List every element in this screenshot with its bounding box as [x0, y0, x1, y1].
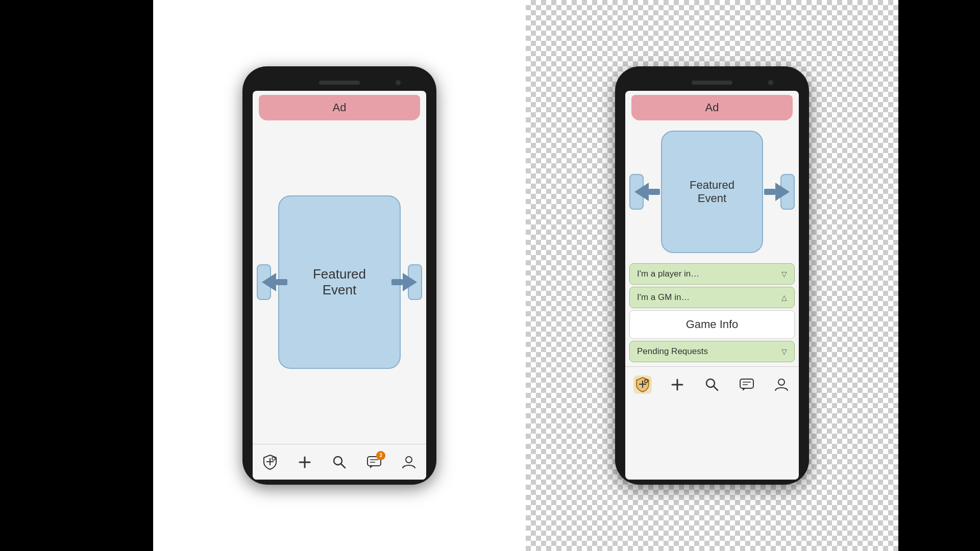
right-dropdown-sections: I'm a player in… ▽ I'm a GM in… △ Game I…: [625, 263, 799, 366]
plus-icon: [297, 454, 313, 470]
left-arrow-handle: [276, 279, 287, 285]
right-nav-search[interactable]: [703, 375, 721, 394]
left-phone-camera: [396, 80, 401, 85]
shield-icon: [262, 454, 278, 470]
right-phone-speaker: [692, 81, 732, 85]
right-featured-card: FeaturedEvent: [661, 131, 763, 253]
svg-point-2: [272, 457, 275, 460]
right-arrow-prev[interactable]: [634, 183, 660, 201]
svg-line-17: [714, 386, 718, 390]
left-nav-shield[interactable]: [261, 453, 279, 471]
right-nav-shield[interactable]: [633, 375, 652, 394]
pending-requests-label: Pending Requests: [637, 346, 708, 357]
right-phone-screen: Ad FeaturedEvent: [625, 91, 799, 480]
player-dropdown-label: I'm a player in…: [637, 269, 699, 279]
left-phone: Ad FeaturedEvent: [242, 66, 436, 485]
right-featured-label: FeaturedEvent: [690, 179, 734, 205]
right-black-panel: [898, 0, 980, 551]
game-info-button[interactable]: Game Info: [629, 310, 795, 339]
shield-active-icon: [634, 377, 651, 393]
pending-requests-arrow: ▽: [781, 347, 787, 356]
svg-rect-18: [740, 379, 753, 388]
left-nav-profile[interactable]: [400, 453, 418, 471]
right-arrow-next[interactable]: [764, 183, 790, 201]
left-ad-banner: Ad: [259, 95, 420, 120]
right-phone-camera: [768, 80, 773, 85]
plus-icon-right: [669, 377, 685, 393]
gm-dropdown-arrow: △: [781, 293, 787, 302]
pending-requests-dropdown[interactable]: Pending Requests ▽: [629, 341, 795, 362]
left-arrow-next[interactable]: [391, 273, 417, 291]
right-arrow-shape: [403, 273, 417, 291]
right-phone: Ad FeaturedEvent: [615, 66, 809, 485]
left-phone-wrapper: Ad FeaturedEvent: [153, 66, 526, 485]
svg-point-10: [406, 457, 412, 463]
left-phone-speaker: [319, 81, 360, 85]
left-nav-chat[interactable]: 3: [365, 453, 383, 471]
left-featured-card: FeaturedEvent: [278, 195, 401, 369]
player-dropdown[interactable]: I'm a player in… ▽: [629, 263, 795, 285]
chat-icon-right: [739, 377, 755, 393]
right-arrow-handle-right: [764, 189, 775, 195]
game-info-label: Game Info: [686, 318, 739, 331]
right-arrow-handle: [391, 279, 403, 285]
left-ad-label: Ad: [333, 101, 347, 114]
svg-line-6: [341, 464, 345, 468]
gm-dropdown-label: I'm a GM in…: [637, 292, 690, 303]
left-phone-screen: Ad FeaturedEvent: [253, 91, 426, 480]
scene: Ad FeaturedEvent: [0, 0, 980, 551]
search-icon: [331, 454, 348, 470]
svg-point-21: [778, 379, 785, 385]
left-black-panel: [0, 0, 153, 551]
profile-icon: [401, 454, 417, 470]
right-phone-notch: [620, 74, 804, 91]
right-phone-wrapper: Ad FeaturedEvent: [526, 66, 898, 485]
right-ad-banner: Ad: [631, 95, 793, 120]
left-bottom-nav: 3: [253, 444, 426, 480]
left-phone-notch: [248, 74, 431, 91]
phones-container: Ad FeaturedEvent: [153, 0, 898, 551]
right-arrow-shape-right: [775, 183, 790, 201]
right-featured-area: FeaturedEvent: [625, 120, 799, 263]
search-icon-right: [704, 377, 720, 393]
left-nav-search[interactable]: [330, 453, 349, 471]
left-arrow-shape: [262, 273, 276, 291]
left-nav-plus[interactable]: [296, 453, 314, 471]
right-arrow-shape-left: [634, 183, 649, 201]
profile-icon-right: [773, 377, 790, 393]
right-nav-chat[interactable]: [738, 375, 756, 394]
chat-badge: 3: [376, 451, 385, 460]
left-featured-area: FeaturedEvent: [253, 120, 426, 444]
gm-dropdown[interactable]: I'm a GM in… △: [629, 287, 795, 308]
right-bottom-nav: [625, 366, 799, 402]
left-arrow-prev[interactable]: [262, 273, 287, 291]
player-dropdown-arrow: ▽: [781, 270, 787, 278]
right-ad-label: Ad: [705, 101, 719, 114]
left-featured-label: FeaturedEvent: [313, 266, 366, 298]
right-nav-plus[interactable]: [668, 375, 687, 394]
right-arrow-handle-left: [649, 189, 660, 195]
right-nav-profile[interactable]: [772, 375, 791, 394]
